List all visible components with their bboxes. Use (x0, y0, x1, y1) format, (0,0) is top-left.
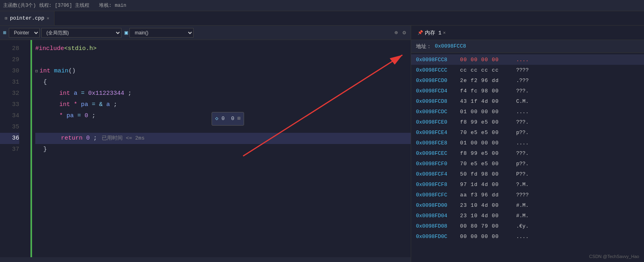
top-bar-stack-label: 堆栈: (99, 2, 111, 9)
memory-address-bar: 地址： 0x0098FCC8 (411, 40, 644, 53)
mem-addr-12: 0x0098FCF8 (416, 182, 460, 188)
mem-addr-10: 0x0098FCF0 (416, 161, 460, 167)
mem-bytes-17: 00 00 00 00 (460, 234, 516, 240)
mem-addr-6: 0x0098FCE0 (416, 119, 460, 125)
tooltip-diamond-icon: ◇ (215, 113, 218, 124)
editor-scrollbar[interactable] (0, 257, 411, 262)
mem-bytes-8: 01 00 00 00 (460, 140, 516, 146)
mem-chars-11: P??. (516, 171, 529, 177)
top-bar: 主函数(共3个) 线程: [3706] 主线程 堆栈: main (0, 0, 644, 11)
line-num-32: 32 (0, 88, 19, 99)
kw-int-30: int (40, 66, 50, 77)
mem-row-9: 0x0098FCEC f8 99 e5 00 ???. (411, 148, 644, 158)
mem-bytes-15: 23 10 4d 00 (460, 213, 516, 219)
context-select[interactable]: (全局范围) (41, 28, 121, 38)
scope-icon: ⊞ (3, 30, 6, 36)
mem-bytes-12: 97 1d 4d 00 (460, 182, 516, 188)
mem-chars-1: ???? (516, 67, 529, 73)
mem-row-8: 0x0098FCE8 01 00 00 00 .... (411, 138, 644, 148)
mem-row-5: 0x0098FCDC 01 00 00 00 .... (411, 106, 644, 117)
mem-bytes-2: 2e f2 96 dd (460, 78, 516, 84)
mem-chars-3: ???. (516, 88, 529, 94)
code-line-32: int a = 0x11223344 ; (35, 88, 411, 99)
memory-pin-icon: 📌 (418, 30, 423, 35)
mem-bytes-7: 70 e5 e5 00 (460, 130, 516, 136)
mem-row-17: 0x0098FD0C 00 00 00 00 .... (411, 231, 644, 242)
mem-addr-2: 0x0098FCD0 (416, 78, 460, 84)
line-num-35: 35 (0, 122, 19, 133)
mem-addr-5: 0x0098FCDC (416, 109, 460, 115)
mem-addr-15: 0x0098FD04 (416, 213, 460, 219)
memory-tab-1[interactable]: 📌 内存 1 ✕ (414, 26, 449, 40)
mem-chars-4: C.M. (516, 98, 529, 104)
tooltip-value1: 0 (222, 113, 225, 124)
line-num-34: 34 (0, 110, 19, 122)
mem-bytes-6: f8 99 e5 00 (460, 119, 516, 125)
mem-bytes-11: 50 fd 98 00 (460, 171, 516, 177)
top-bar-label1: 主函数(共3个) (3, 2, 36, 9)
mem-addr-11: 0x0098FCF4 (416, 171, 460, 177)
mem-chars-12: ?.M. (516, 182, 529, 188)
tooltip-value2: 0 (231, 113, 234, 124)
mem-chars-17: .... (516, 234, 529, 240)
line-num-36: 36 (0, 133, 19, 144)
mem-bytes-3: f4 fc 98 00 (460, 88, 516, 94)
mem-chars-7: p??. (516, 130, 529, 136)
settings-icon[interactable]: ⚙ (401, 28, 408, 37)
mem-addr-17: 0x0098FD0C (416, 234, 460, 240)
mem-chars-13: ???? (516, 192, 529, 198)
mem-row-15: 0x0098FD04 23 10 4d 00 #.M. (411, 210, 644, 221)
mem-chars-2: .??? (516, 78, 529, 84)
mem-row-14: 0x0098FD00 23 10 4d 00 #.M. (411, 200, 644, 210)
memory-content: 0x0098FCC8 00 00 00 00 .... 0x0098FCCC c… (411, 53, 644, 262)
mem-row-3: 0x0098FCD4 f4 fc 98 00 ???. (411, 86, 644, 96)
code-area: 28 29 30 31 32 33 34 35 36 37 #include<s… (0, 40, 411, 257)
line-num-30: 30 (0, 66, 19, 77)
tooltip-expand-icon[interactable]: ⊞ (237, 113, 240, 124)
mem-addr-16: 0x0098FD08 (416, 223, 460, 229)
code-line-29 (35, 54, 411, 66)
scope-select[interactable]: Pointer (9, 28, 40, 38)
tab-pointer-cpp[interactable]: ⊞ pointer.cpp ✕ (0, 11, 55, 25)
memory-panel: 📌 内存 1 ✕ 地址： 0x0098FCC8 0x0098FCC8 00 00… (411, 26, 644, 262)
top-bar-label2: 线程: (39, 2, 52, 9)
mem-row-2: 0x0098FCD0 2e f2 96 dd .??? (411, 75, 644, 86)
editor-panel: ⊞ Pointer (全局范围) ▣ main() ⊕ ⚙ 28 29 30 (0, 26, 411, 262)
mem-addr-1: 0x0098FCCC (416, 67, 460, 73)
mem-row-13: 0x0098FCFC aa f3 96 dd ???? (411, 190, 644, 200)
line-num-33: 33 (0, 99, 19, 110)
mem-bytes-1: cc cc cc cc (460, 67, 516, 73)
include-path: <stdio.h> (64, 43, 97, 54)
address-value[interactable]: 0x0098FCC8 (435, 43, 466, 49)
mem-addr-9: 0x0098FCEC (416, 150, 460, 156)
mem-row-1: 0x0098FCCC cc cc cc cc ???? (411, 65, 644, 75)
mem-row-16: 0x0098FD08 00 80 79 00 .€y. (411, 221, 644, 231)
collapse-icon-30[interactable]: ⊟ (35, 66, 38, 77)
mem-bytes-16: 00 80 79 00 (460, 223, 516, 229)
mem-addr-4: 0x0098FCD8 (416, 98, 460, 104)
function-select[interactable]: main() (129, 28, 194, 38)
tab-close-icon[interactable]: ✕ (46, 16, 49, 21)
mem-addr-13: 0x0098FCFC (416, 192, 460, 198)
mem-addr-8: 0x0098FCE8 (416, 140, 460, 146)
tab-filename: pointer.cpp (10, 15, 44, 21)
mem-bytes-4: 43 1f 4d 00 (460, 98, 516, 104)
function-icon: ▣ (125, 29, 128, 36)
line-num-37: 37 (0, 144, 19, 155)
mem-chars-8: .... (516, 140, 529, 146)
mem-addr-3: 0x0098FCD4 (416, 88, 460, 94)
tab-pin-icon: ⊞ (5, 16, 8, 21)
mem-chars-5: .... (516, 109, 529, 115)
mem-bytes-9: f8 99 e5 00 (460, 150, 516, 156)
mem-chars-10: p??. (516, 161, 529, 167)
add-watch-icon[interactable]: ⊕ (393, 28, 399, 37)
line-numbers: 28 29 30 31 32 33 34 35 36 37 (0, 40, 24, 257)
memory-tab-close[interactable]: ✕ (443, 30, 446, 35)
memory-tab-label: 内存 1 (425, 29, 442, 36)
mem-bytes-13: aa f3 96 dd (460, 192, 516, 198)
mem-chars-16: .€y. (516, 223, 529, 229)
main-area: ⊞ Pointer (全局范围) ▣ main() ⊕ ⚙ 28 29 30 (0, 26, 644, 262)
include-keyword: #include (35, 43, 64, 54)
code-line-36: ➡ return 0 ; 已用时间 <= 2ms (35, 133, 411, 144)
line-num-31: 31 (0, 77, 19, 88)
